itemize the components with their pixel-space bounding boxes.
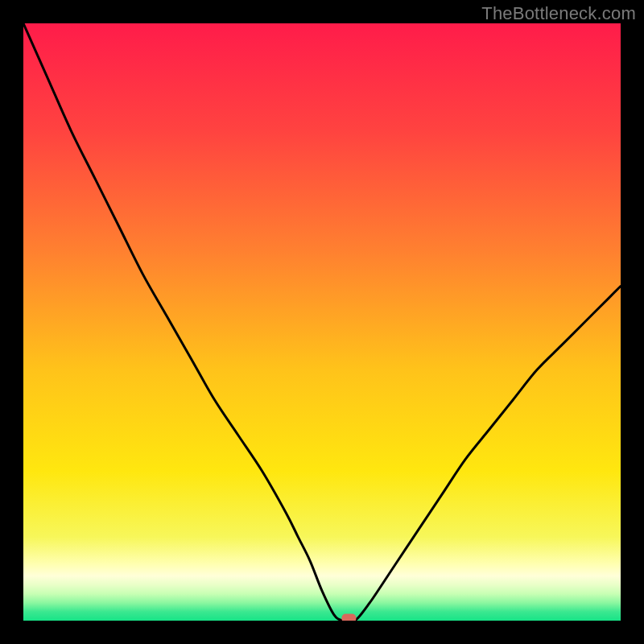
chart-frame: TheBottleneck.com — [0, 0, 644, 644]
plot-area — [23, 23, 621, 621]
optimum-marker — [341, 614, 356, 621]
watermark-text: TheBottleneck.com — [481, 3, 636, 24]
plot-svg — [23, 23, 621, 621]
gradient-background — [23, 23, 621, 621]
